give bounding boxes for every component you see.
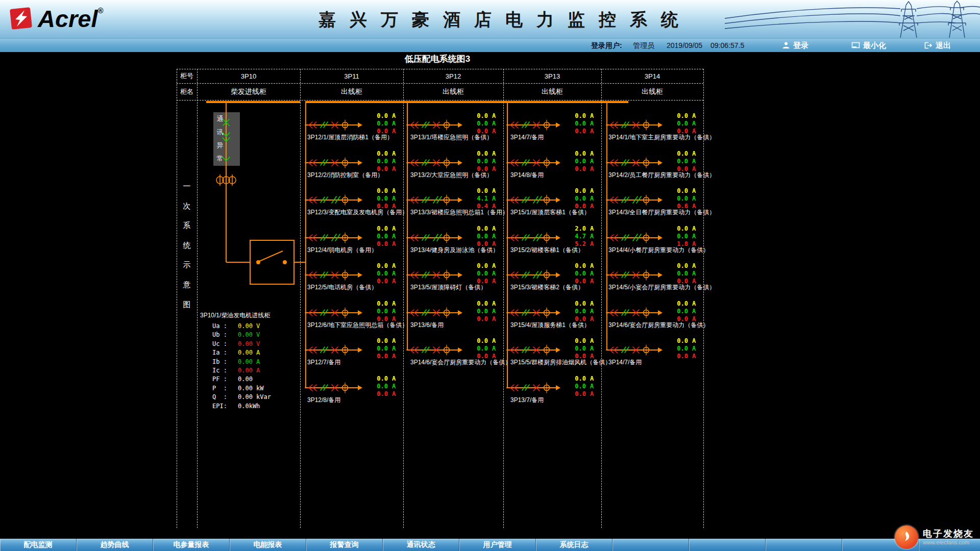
phase-current-unit: A: [692, 270, 700, 277]
feeder-symbol[interactable]: [407, 229, 462, 247]
feeder-symbol[interactable]: [606, 229, 663, 247]
feeder-symbol[interactable]: [305, 154, 362, 172]
feeder-symbol[interactable]: [305, 191, 362, 209]
feeder-symbol[interactable]: [305, 379, 362, 397]
cabinet-id: 3P11: [300, 69, 403, 83]
phase-current-unit: A: [692, 120, 700, 127]
phase-current-value: 0.0: [462, 233, 488, 240]
elecfans-flame-icon: [895, 525, 918, 549]
feeder-symbol[interactable]: [305, 229, 362, 247]
cabinet-id: 3P13: [503, 69, 601, 83]
phase-current-value: 2.0: [560, 225, 586, 232]
feeder-symbol[interactable]: [507, 116, 560, 134]
side-caption-char: 次: [180, 202, 194, 212]
feeder-symbol[interactable]: [407, 154, 462, 172]
feeder-label: 3P15/2/裙楼客梯1（备供）: [510, 246, 584, 254]
feeder-symbol[interactable]: [606, 191, 663, 209]
phase-current-unit: A: [590, 150, 598, 157]
feeder-symbol[interactable]: [507, 379, 560, 397]
phase-current-value: 0.0: [362, 112, 388, 119]
phase-current-unit: A: [392, 165, 400, 172]
feeder-symbol[interactable]: [305, 341, 362, 359]
phase-current-value: 0.0: [362, 158, 388, 165]
feeder-symbol[interactable]: [407, 341, 462, 359]
feeder-label: 3P12/7/备用: [307, 359, 340, 366]
nav-item[interactable]: 配电监测: [0, 539, 77, 551]
feeder-symbol[interactable]: [407, 304, 462, 322]
phase-current-value: 0.0: [462, 270, 488, 277]
incomer-graphic[interactable]: [197, 100, 305, 319]
phase-current-value: 0.0: [462, 300, 488, 307]
phase-current-value: 0.0: [462, 120, 488, 127]
feeder-label: 3P12/1/屋顶层消防梯1（备用）: [307, 134, 393, 141]
nav-item[interactable]: 系统日志: [536, 539, 612, 551]
phase-current-value: 0.0: [362, 375, 388, 382]
feeder-label: 3P14/6/宴会厅厨房重要动力（备供）: [410, 359, 511, 366]
phase-current-value: 0.0: [663, 150, 688, 157]
phase-current-unit: A: [590, 225, 598, 232]
phase-current-value: 0.0: [560, 270, 586, 277]
measurement-name: PF :: [212, 375, 227, 383]
phase-current-value: 0.0: [362, 345, 388, 352]
phase-current-unit: A: [492, 233, 500, 240]
feeder-symbol[interactable]: [305, 116, 362, 134]
feeder-symbol[interactable]: [606, 154, 663, 172]
phase-current-value: 0.0: [560, 112, 586, 119]
nav-item[interactable]: 电参量报表: [153, 539, 230, 551]
nav-item[interactable]: 趋势曲线: [77, 539, 153, 551]
comm-status-char: 讯: [216, 128, 224, 137]
phase-current-value: 0.0: [362, 262, 388, 269]
phase-current-value: 0.0: [462, 150, 488, 157]
phase-current-unit: A: [392, 345, 400, 352]
phase-current-unit: A: [590, 337, 598, 344]
phase-current-value: 0.0: [462, 345, 488, 352]
feeder-symbol[interactable]: [407, 266, 462, 284]
feeder-symbol[interactable]: [507, 154, 560, 172]
measurement-value: 0.00 V: [238, 322, 260, 330]
feeder-label: 3P14/8/备用: [510, 171, 544, 179]
nav-item[interactable]: 报警查询: [306, 539, 383, 551]
feeder-symbol[interactable]: [606, 116, 663, 134]
feeder-label: 3P12/5/电话机房（备供）: [307, 284, 377, 291]
phase-current-unit: A: [492, 112, 500, 119]
phase-current-unit: A: [590, 203, 598, 210]
phase-current-unit: A: [392, 112, 400, 119]
phase-current-value: 0.0: [462, 158, 488, 165]
phase-current-value: 0.0: [362, 353, 388, 360]
cabinet-id: 3P12: [403, 69, 503, 83]
measurement-value: 0.00 A: [238, 358, 260, 366]
phase-current-value: 0.0: [362, 337, 388, 344]
feeder-symbol[interactable]: [507, 191, 560, 209]
feeder-symbol[interactable]: [507, 341, 560, 359]
feeder-symbol[interactable]: [305, 304, 362, 322]
feeder-symbol[interactable]: [507, 304, 560, 322]
phase-current-unit: A: [392, 308, 400, 315]
measurement-value: 0.00 V: [238, 340, 260, 348]
measurement-name: Ic :: [212, 367, 227, 374]
feeder-symbol[interactable]: [507, 266, 560, 284]
comm-status-char: 常: [216, 154, 224, 163]
phase-current-value: 0.0: [462, 225, 488, 232]
feeder-symbol[interactable]: [606, 304, 663, 322]
nav-item[interactable]: 电能报表: [230, 539, 306, 551]
feeder-symbol[interactable]: [407, 191, 462, 209]
measurement-value: 0.00 kW: [238, 385, 264, 392]
feeder-symbol[interactable]: [507, 229, 560, 247]
feeder-symbol[interactable]: [305, 266, 362, 284]
feeder-label: 3P14/7/备用: [510, 134, 544, 141]
nav-item[interactable]: 通讯状态: [383, 539, 459, 551]
phase-current-value: 0.0: [362, 187, 388, 194]
feeder-label: 3P13/1/塔楼应急照明（备供）: [410, 134, 493, 141]
phase-current-value: 0.0: [462, 308, 488, 315]
phase-current-unit: A: [590, 233, 598, 240]
cabinet-name: 出线柜: [601, 83, 703, 100]
feeder-label: 3P12/4/弱电机房（备用）: [307, 246, 377, 254]
bus-bar: [305, 101, 628, 103]
nav-item[interactable]: 用户管理: [459, 539, 536, 551]
grid-line: [601, 69, 602, 528]
measurement-name: Ia :: [212, 349, 227, 357]
feeder-symbol[interactable]: [606, 341, 663, 359]
feeder-symbol[interactable]: [606, 266, 663, 284]
phase-current-unit: A: [492, 270, 500, 277]
feeder-symbol[interactable]: [407, 116, 462, 134]
